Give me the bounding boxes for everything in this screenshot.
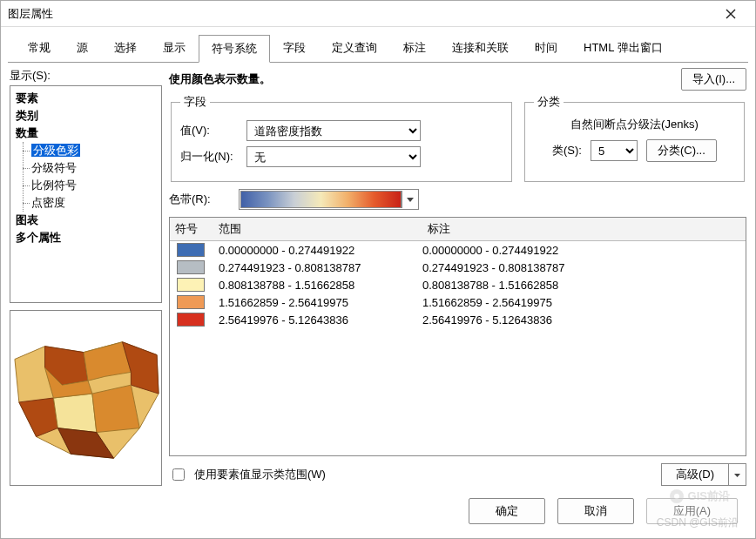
value-field-select[interactable]: 道路密度指数 <box>246 120 421 141</box>
tree-proportional-symbols[interactable]: 比例符号 <box>31 177 156 194</box>
symbology-tree[interactable]: 要素 类别 数量 分级色彩 分级符号 比例符号 点密度 图表 多个属性 <box>10 85 162 303</box>
titlebar: 图层属性 <box>1 1 755 27</box>
svg-marker-4 <box>734 474 740 477</box>
classification-method: 自然间断点分级法(Jenks) <box>534 117 735 132</box>
svg-marker-3 <box>407 198 414 202</box>
tab-defquery[interactable]: 定义查询 <box>319 34 390 62</box>
show-range-checkbox[interactable] <box>172 468 185 481</box>
col-label: 标注 <box>422 218 746 240</box>
field-group: 字段 值(V): 道路密度指数 归一化(N): 无 <box>171 94 512 182</box>
tab-fields[interactable]: 字段 <box>270 34 319 62</box>
close-button[interactable] <box>713 2 748 26</box>
tab-selection[interactable]: 选择 <box>101 34 150 62</box>
import-button[interactable]: 导入(I)... <box>681 68 746 91</box>
color-swatch[interactable] <box>177 260 205 274</box>
apply-button[interactable]: 应用(A) <box>646 498 738 524</box>
classes-label: 类(S): <box>552 143 582 158</box>
color-ramp-preview <box>240 191 402 208</box>
tree-graduated-symbols[interactable]: 分级符号 <box>31 159 156 177</box>
grid-row[interactable]: 2.56419976 - 5.12643836 2.56419976 - 5.1… <box>170 311 746 328</box>
tree-graduated-colors[interactable]: 分级色彩 <box>31 142 156 159</box>
close-icon <box>726 9 736 19</box>
classify-button[interactable]: 分类(C)... <box>646 139 717 162</box>
tab-joins[interactable]: 连接和关联 <box>439 34 522 62</box>
grid-row[interactable]: 0.808138788 - 1.51662858 0.808138788 - 1… <box>170 276 746 293</box>
advanced-button[interactable]: 高级(D) <box>661 463 729 486</box>
tree-dot-density[interactable]: 点密度 <box>31 194 156 212</box>
grid-row[interactable]: 0.00000000 - 0.274491922 0.00000000 - 0.… <box>170 241 746 259</box>
dialog-footer: 确定 取消 应用(A) <box>1 486 755 538</box>
tab-display[interactable]: 显示 <box>150 34 199 62</box>
tab-symbology[interactable]: 符号系统 <box>199 35 270 63</box>
normalize-label: 归一化(N): <box>180 149 241 165</box>
tree-features[interactable]: 要素 <box>16 90 156 107</box>
class-breaks-grid[interactable]: 符号 范围 标注 0.00000000 - 0.274491922 0.0000… <box>169 217 746 456</box>
col-range: 范围 <box>213 218 422 240</box>
tab-labels[interactable]: 标注 <box>390 34 439 62</box>
symbology-preview <box>10 310 162 486</box>
tab-htmlpopup[interactable]: HTML 弹出窗口 <box>570 34 676 62</box>
color-ramp-select[interactable] <box>239 189 419 210</box>
col-symbol: 符号 <box>170 218 213 240</box>
tree-multiple-attrs[interactable]: 多个属性 <box>16 229 156 246</box>
tab-general[interactable]: 常规 <box>15 34 64 62</box>
value-label: 值(V): <box>180 123 241 138</box>
normalize-select[interactable]: 无 <box>246 146 421 167</box>
field-legend: 字段 <box>180 94 210 110</box>
chevron-down-icon[interactable] <box>402 191 417 208</box>
classification-group: 分类 自然间断点分级法(Jenks) 类(S): 5 分类(C)... <box>524 94 745 182</box>
layer-properties-dialog: 图层属性 常规 源 选择 显示 符号系统 字段 定义查询 标注 连接和关联 时间… <box>0 0 756 539</box>
color-swatch[interactable] <box>177 295 205 309</box>
color-swatch[interactable] <box>177 243 205 257</box>
cancel-button[interactable]: 取消 <box>557 498 634 524</box>
grid-row[interactable]: 0.274491923 - 0.808138787 0.274491923 - … <box>170 259 746 276</box>
color-ramp-label: 色带(R): <box>169 192 230 207</box>
ok-button[interactable]: 确定 <box>469 498 545 524</box>
tab-time[interactable]: 时间 <box>522 34 570 62</box>
show-range-label: 使用要素值显示类范围(W) <box>194 467 326 482</box>
tab-bar: 常规 源 选择 显示 符号系统 字段 定义查询 标注 连接和关联 时间 HTML… <box>8 27 748 63</box>
window-title: 图层属性 <box>8 6 713 22</box>
classes-count-select[interactable]: 5 <box>591 140 638 161</box>
grid-row[interactable]: 1.51662859 - 2.56419975 1.51662859 - 2.5… <box>170 293 746 311</box>
tree-categories[interactable]: 类别 <box>16 107 156 125</box>
tree-quantities[interactable]: 数量 <box>16 125 156 142</box>
color-swatch[interactable] <box>177 313 205 327</box>
tab-source[interactable]: 源 <box>64 34 101 62</box>
description-text: 使用颜色表示数量。 <box>169 71 681 87</box>
class-legend: 分类 <box>534 94 564 110</box>
chevron-down-icon <box>734 474 740 477</box>
map-preview-icon <box>10 333 161 463</box>
show-label: 显示(S): <box>10 68 162 84</box>
tree-charts[interactable]: 图表 <box>16 212 156 229</box>
color-swatch[interactable] <box>177 278 205 292</box>
advanced-dropdown[interactable] <box>729 463 746 486</box>
